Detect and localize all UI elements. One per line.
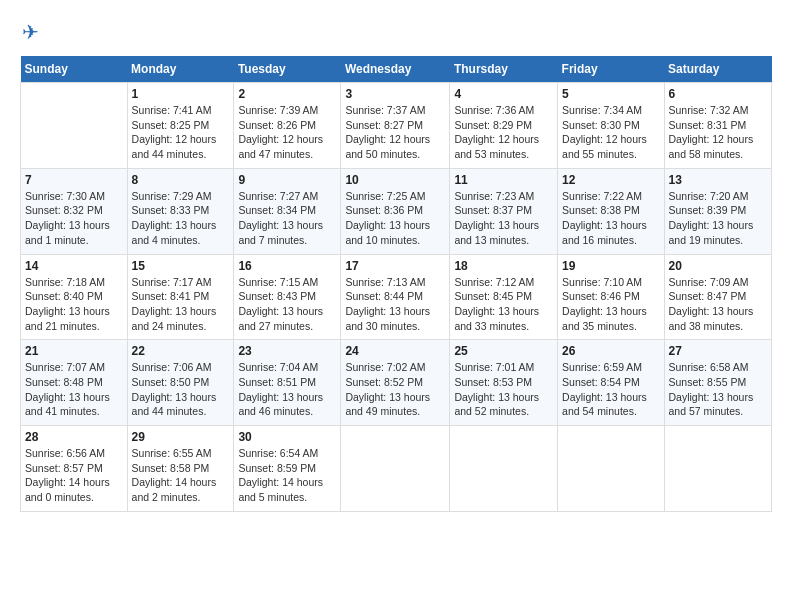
day-number: 30	[238, 430, 336, 444]
calendar-week-row: 1 Sunrise: 7:41 AMSunset: 8:25 PMDayligh…	[21, 83, 772, 169]
day-number: 11	[454, 173, 553, 187]
calendar-cell: 13 Sunrise: 7:20 AMSunset: 8:39 PMDaylig…	[664, 168, 771, 254]
day-number: 21	[25, 344, 123, 358]
sunrise-text: Sunrise: 7:41 AMSunset: 8:25 PMDaylight:…	[132, 104, 217, 160]
calendar-cell: 25 Sunrise: 7:01 AMSunset: 8:53 PMDaylig…	[450, 340, 558, 426]
sunrise-text: Sunrise: 7:22 AMSunset: 8:38 PMDaylight:…	[562, 190, 647, 246]
weekday-header: Saturday	[664, 56, 771, 83]
day-number: 1	[132, 87, 230, 101]
calendar-cell: 7 Sunrise: 7:30 AMSunset: 8:32 PMDayligh…	[21, 168, 128, 254]
sunrise-text: Sunrise: 7:07 AMSunset: 8:48 PMDaylight:…	[25, 361, 110, 417]
calendar-cell: 14 Sunrise: 7:18 AMSunset: 8:40 PMDaylig…	[21, 254, 128, 340]
sunrise-text: Sunrise: 7:06 AMSunset: 8:50 PMDaylight:…	[132, 361, 217, 417]
sunrise-text: Sunrise: 6:55 AMSunset: 8:58 PMDaylight:…	[132, 447, 217, 503]
day-number: 7	[25, 173, 123, 187]
day-number: 15	[132, 259, 230, 273]
day-number: 14	[25, 259, 123, 273]
sunrise-text: Sunrise: 7:23 AMSunset: 8:37 PMDaylight:…	[454, 190, 539, 246]
calendar-cell: 17 Sunrise: 7:13 AMSunset: 8:44 PMDaylig…	[341, 254, 450, 340]
calendar-cell: 22 Sunrise: 7:06 AMSunset: 8:50 PMDaylig…	[127, 340, 234, 426]
day-number: 5	[562, 87, 659, 101]
day-number: 3	[345, 87, 445, 101]
calendar-cell: 6 Sunrise: 7:32 AMSunset: 8:31 PMDayligh…	[664, 83, 771, 169]
sunrise-text: Sunrise: 7:10 AMSunset: 8:46 PMDaylight:…	[562, 276, 647, 332]
calendar-week-row: 21 Sunrise: 7:07 AMSunset: 8:48 PMDaylig…	[21, 340, 772, 426]
calendar-cell: 9 Sunrise: 7:27 AMSunset: 8:34 PMDayligh…	[234, 168, 341, 254]
sunrise-text: Sunrise: 7:17 AMSunset: 8:41 PMDaylight:…	[132, 276, 217, 332]
sunrise-text: Sunrise: 7:02 AMSunset: 8:52 PMDaylight:…	[345, 361, 430, 417]
calendar-cell: 20 Sunrise: 7:09 AMSunset: 8:47 PMDaylig…	[664, 254, 771, 340]
calendar-cell	[21, 83, 128, 169]
sunrise-text: Sunrise: 7:12 AMSunset: 8:45 PMDaylight:…	[454, 276, 539, 332]
day-number: 17	[345, 259, 445, 273]
sunrise-text: Sunrise: 7:18 AMSunset: 8:40 PMDaylight:…	[25, 276, 110, 332]
calendar-cell: 8 Sunrise: 7:29 AMSunset: 8:33 PMDayligh…	[127, 168, 234, 254]
day-number: 10	[345, 173, 445, 187]
calendar-week-row: 14 Sunrise: 7:18 AMSunset: 8:40 PMDaylig…	[21, 254, 772, 340]
sunrise-text: Sunrise: 7:20 AMSunset: 8:39 PMDaylight:…	[669, 190, 754, 246]
page-header: ✈	[20, 20, 772, 40]
sunrise-text: Sunrise: 7:09 AMSunset: 8:47 PMDaylight:…	[669, 276, 754, 332]
weekday-header: Monday	[127, 56, 234, 83]
sunrise-text: Sunrise: 7:32 AMSunset: 8:31 PMDaylight:…	[669, 104, 754, 160]
sunrise-text: Sunrise: 7:04 AMSunset: 8:51 PMDaylight:…	[238, 361, 323, 417]
sunrise-text: Sunrise: 7:37 AMSunset: 8:27 PMDaylight:…	[345, 104, 430, 160]
day-number: 8	[132, 173, 230, 187]
day-number: 25	[454, 344, 553, 358]
calendar-cell: 21 Sunrise: 7:07 AMSunset: 8:48 PMDaylig…	[21, 340, 128, 426]
calendar-cell: 30 Sunrise: 6:54 AMSunset: 8:59 PMDaylig…	[234, 426, 341, 512]
calendar-cell: 24 Sunrise: 7:02 AMSunset: 8:52 PMDaylig…	[341, 340, 450, 426]
day-number: 18	[454, 259, 553, 273]
calendar-cell: 3 Sunrise: 7:37 AMSunset: 8:27 PMDayligh…	[341, 83, 450, 169]
weekday-header: Tuesday	[234, 56, 341, 83]
calendar-cell: 15 Sunrise: 7:17 AMSunset: 8:41 PMDaylig…	[127, 254, 234, 340]
calendar-cell: 16 Sunrise: 7:15 AMSunset: 8:43 PMDaylig…	[234, 254, 341, 340]
weekday-header: Sunday	[21, 56, 128, 83]
calendar-cell: 10 Sunrise: 7:25 AMSunset: 8:36 PMDaylig…	[341, 168, 450, 254]
sunrise-text: Sunrise: 6:54 AMSunset: 8:59 PMDaylight:…	[238, 447, 323, 503]
calendar-cell: 26 Sunrise: 6:59 AMSunset: 8:54 PMDaylig…	[558, 340, 664, 426]
calendar-cell: 5 Sunrise: 7:34 AMSunset: 8:30 PMDayligh…	[558, 83, 664, 169]
calendar-week-row: 7 Sunrise: 7:30 AMSunset: 8:32 PMDayligh…	[21, 168, 772, 254]
calendar-cell	[341, 426, 450, 512]
day-number: 27	[669, 344, 767, 358]
calendar-cell: 29 Sunrise: 6:55 AMSunset: 8:58 PMDaylig…	[127, 426, 234, 512]
sunrise-text: Sunrise: 7:29 AMSunset: 8:33 PMDaylight:…	[132, 190, 217, 246]
logo: ✈	[20, 20, 39, 40]
day-number: 29	[132, 430, 230, 444]
weekday-header: Friday	[558, 56, 664, 83]
calendar-cell: 19 Sunrise: 7:10 AMSunset: 8:46 PMDaylig…	[558, 254, 664, 340]
calendar-cell: 12 Sunrise: 7:22 AMSunset: 8:38 PMDaylig…	[558, 168, 664, 254]
calendar-cell	[558, 426, 664, 512]
sunrise-text: Sunrise: 7:15 AMSunset: 8:43 PMDaylight:…	[238, 276, 323, 332]
sunrise-text: Sunrise: 7:13 AMSunset: 8:44 PMDaylight:…	[345, 276, 430, 332]
day-number: 12	[562, 173, 659, 187]
day-number: 24	[345, 344, 445, 358]
calendar-cell: 4 Sunrise: 7:36 AMSunset: 8:29 PMDayligh…	[450, 83, 558, 169]
sunrise-text: Sunrise: 6:56 AMSunset: 8:57 PMDaylight:…	[25, 447, 110, 503]
calendar-cell: 28 Sunrise: 6:56 AMSunset: 8:57 PMDaylig…	[21, 426, 128, 512]
sunrise-text: Sunrise: 7:34 AMSunset: 8:30 PMDaylight:…	[562, 104, 647, 160]
day-number: 23	[238, 344, 336, 358]
calendar-cell: 23 Sunrise: 7:04 AMSunset: 8:51 PMDaylig…	[234, 340, 341, 426]
calendar-table: SundayMondayTuesdayWednesdayThursdayFrid…	[20, 56, 772, 512]
day-number: 28	[25, 430, 123, 444]
logo-block: ✈	[20, 20, 39, 40]
calendar-week-row: 28 Sunrise: 6:56 AMSunset: 8:57 PMDaylig…	[21, 426, 772, 512]
weekday-header-row: SundayMondayTuesdayWednesdayThursdayFrid…	[21, 56, 772, 83]
day-number: 19	[562, 259, 659, 273]
day-number: 26	[562, 344, 659, 358]
calendar-cell	[664, 426, 771, 512]
calendar-cell: 1 Sunrise: 7:41 AMSunset: 8:25 PMDayligh…	[127, 83, 234, 169]
weekday-header: Thursday	[450, 56, 558, 83]
day-number: 20	[669, 259, 767, 273]
calendar-cell: 2 Sunrise: 7:39 AMSunset: 8:26 PMDayligh…	[234, 83, 341, 169]
day-number: 13	[669, 173, 767, 187]
weekday-header: Wednesday	[341, 56, 450, 83]
logo-icon: ✈	[22, 20, 39, 44]
sunrise-text: Sunrise: 7:30 AMSunset: 8:32 PMDaylight:…	[25, 190, 110, 246]
sunrise-text: Sunrise: 7:36 AMSunset: 8:29 PMDaylight:…	[454, 104, 539, 160]
day-number: 2	[238, 87, 336, 101]
day-number: 9	[238, 173, 336, 187]
day-number: 22	[132, 344, 230, 358]
